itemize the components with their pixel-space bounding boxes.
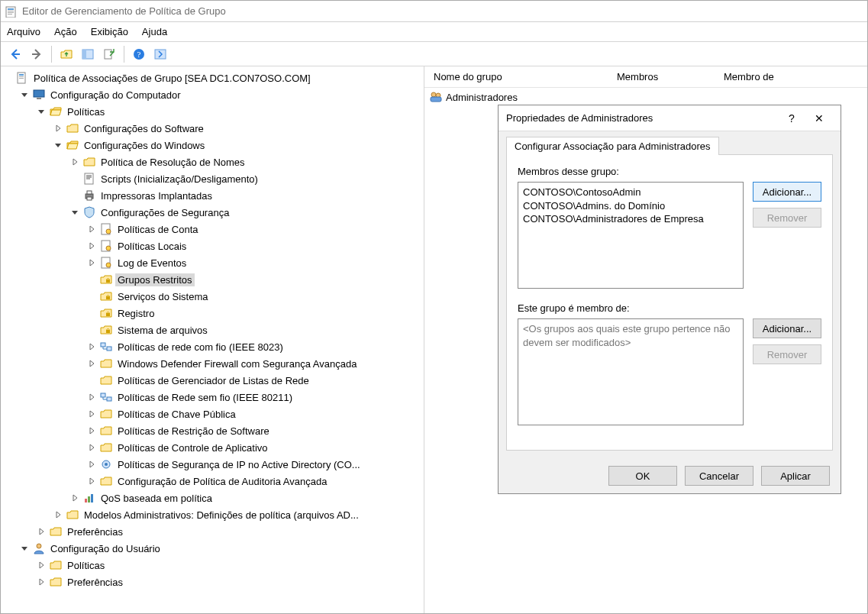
help-button[interactable]: ? <box>129 44 149 64</box>
col-group-name[interactable]: Nome do grupo <box>424 66 608 87</box>
menu-file[interactable]: Arquivo <box>7 26 40 37</box>
tree-wired-policies[interactable]: Políticas de rede com fio (IEEE 8023) <box>1 338 424 355</box>
expand-icon[interactable] <box>88 444 98 451</box>
ok-button[interactable]: OK <box>608 466 677 486</box>
back-button[interactable] <box>5 44 25 64</box>
expand-icon[interactable] <box>88 460 98 468</box>
tree-windows-settings[interactable]: Configurações do Windows <box>1 137 424 154</box>
tree-firewall[interactable]: Windows Defender Firewall com Segurança … <box>1 355 424 372</box>
tree-system-services[interactable]: Serviços do Sistema <box>1 288 424 305</box>
apply-button[interactable]: Aplicar <box>761 466 830 486</box>
expand-icon[interactable] <box>37 528 48 535</box>
tree-item-label: QoS baseada em política <box>98 492 215 505</box>
collapse-icon[interactable] <box>54 141 65 149</box>
filter-button[interactable] <box>150 44 170 64</box>
tree-preferences[interactable]: Preferências <box>1 523 424 540</box>
svg-rect-2 <box>8 11 14 11</box>
tree-item-label: Serviços do Sistema <box>115 290 211 303</box>
tree-item-label: Registro <box>115 307 156 320</box>
expand-icon[interactable] <box>54 511 65 519</box>
tree-restricted-groups[interactable]: Grupos Restritos <box>1 271 424 288</box>
list-row[interactable]: Administradores <box>424 88 867 106</box>
menu-view[interactable]: Exibição <box>91 26 128 37</box>
dialog-help-button[interactable]: ? <box>778 108 805 129</box>
tree-software-settings[interactable]: Configurações do Software <box>1 120 424 137</box>
tab-configure-membership[interactable]: Configurar Associação para Administrador… <box>506 137 719 155</box>
add-memberof-button[interactable]: Adicionar... <box>753 318 821 338</box>
expand-icon[interactable] <box>88 259 98 267</box>
member-item[interactable]: CONTOSO\Administradores de Empresa <box>523 212 738 226</box>
menu-action[interactable]: Ação <box>54 26 77 37</box>
add-member-button[interactable]: Adicionar... <box>753 182 821 202</box>
collapse-icon[interactable] <box>37 108 48 115</box>
expand-icon[interactable] <box>37 561 48 569</box>
svg-rect-38 <box>88 496 90 503</box>
tree-computer-config[interactable]: Configuração do Computador <box>1 86 424 103</box>
expand-icon[interactable] <box>88 393 98 401</box>
tree-user-config[interactable]: Configuração do Usuário <box>1 540 424 557</box>
tree-qos[interactable]: QoS baseada em política <box>1 490 424 506</box>
tree-audit-config[interactable]: Configuração de Política de Auditoria Av… <box>1 473 424 490</box>
member-item[interactable]: CONTOSO\Admins. do Domínio <box>523 199 738 213</box>
member-item[interactable]: CONTOSO\ContosoAdmin <box>523 186 738 199</box>
collapse-icon[interactable] <box>21 545 31 552</box>
svg-point-26 <box>106 263 111 267</box>
tree-security-settings[interactable]: Configurações de Segurança <box>1 204 424 221</box>
tree-account-policies[interactable]: Políticas de Conta <box>1 221 424 238</box>
col-member-of[interactable]: Membro de <box>715 66 867 87</box>
folder-icon <box>50 559 62 571</box>
cancel-button[interactable]: Cancelar <box>685 466 753 486</box>
expand-icon[interactable] <box>88 360 98 367</box>
tree-admin-templates[interactable]: Modelos Administrativos: Definições de p… <box>1 506 424 523</box>
memberof-label: Este grupo é membro de: <box>518 302 821 314</box>
expand-icon[interactable] <box>88 477 98 485</box>
tree-filesystem[interactable]: Sistema de arquivos <box>1 322 424 338</box>
export-button[interactable] <box>99 44 119 64</box>
tree-item-label: Log de Eventos <box>115 257 189 270</box>
expand-icon[interactable] <box>88 343 98 351</box>
forward-button[interactable] <box>27 44 47 64</box>
expand-icon[interactable] <box>88 427 98 435</box>
tree-item-label: Configurações do Software <box>82 122 206 135</box>
tree-ipsec[interactable]: Políticas de Segurança de IP no Active D… <box>1 456 424 473</box>
show-hide-tree-button[interactable] <box>78 44 98 64</box>
collapse-icon[interactable] <box>71 208 82 216</box>
expand-icon[interactable] <box>54 124 65 132</box>
tree-software-restriction[interactable]: Políticas de Restrição de Software <box>1 422 424 439</box>
tree-registry[interactable]: Registro <box>1 305 424 322</box>
collapse-icon[interactable] <box>21 91 31 99</box>
memberof-listbox[interactable]: <Os grupos aos quais este grupo pertence… <box>518 318 744 425</box>
expand-icon[interactable] <box>88 225 98 233</box>
tree-public-key[interactable]: Políticas de Chave Pública <box>1 406 424 422</box>
tree-item-label: Configurações do Windows <box>82 139 207 152</box>
tree-user-preferences[interactable]: Preferências <box>1 574 424 590</box>
tree-scripts[interactable]: Scripts (Inicialização/Desligamento) <box>1 170 424 187</box>
svg-rect-20 <box>87 197 92 200</box>
menu-help[interactable]: Ajuda <box>142 26 167 37</box>
tree-printers[interactable]: Impressoras Implantadas <box>1 187 424 204</box>
tree-network-list[interactable]: Políticas de Gerenciador de Listas de Re… <box>1 372 424 389</box>
properties-dialog: Propriedades de Administradores ? ✕ Conf… <box>498 105 841 494</box>
toolbar-separator <box>51 46 52 63</box>
tree-policies[interactable]: Políticas <box>1 103 424 120</box>
svg-rect-6 <box>82 50 86 59</box>
expand-icon[interactable] <box>71 158 82 166</box>
dialog-close-button[interactable]: ✕ <box>805 108 833 129</box>
expand-icon[interactable] <box>71 494 82 502</box>
tree-user-policies[interactable]: Políticas <box>1 557 424 574</box>
expand-icon[interactable] <box>88 242 98 250</box>
members-listbox[interactable]: CONTOSO\ContosoAdminCONTOSO\Admins. do D… <box>518 182 744 289</box>
expand-icon[interactable] <box>37 578 48 586</box>
tree-wireless-policies[interactable]: Políticas de Rede sem fio (IEEE 80211) <box>1 389 424 406</box>
svg-rect-29 <box>106 313 110 316</box>
col-members[interactable]: Membros <box>608 66 715 87</box>
tree-local-policies[interactable]: Políticas Locais <box>1 238 424 254</box>
tree-app-control[interactable]: Políticas de Controle de Aplicativo <box>1 439 424 456</box>
expand-icon[interactable] <box>88 410 98 418</box>
tree-root[interactable]: Política de Associações de Grupo [SEA DC… <box>1 69 424 86</box>
tree-event-log[interactable]: Log de Eventos <box>1 254 424 271</box>
net-icon <box>100 391 112 403</box>
tree-name-resolution[interactable]: Política de Resolução de Nomes <box>1 154 424 170</box>
up-folder-button[interactable] <box>56 44 76 64</box>
tree-pane[interactable]: Política de Associações de Grupo [SEA DC… <box>1 66 424 613</box>
